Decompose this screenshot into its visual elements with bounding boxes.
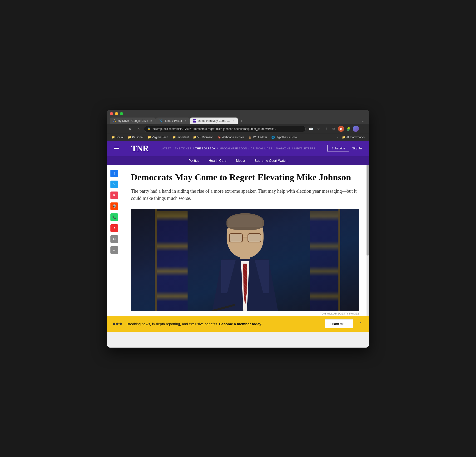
subscribe-button[interactable]: Subscribe: [327, 145, 349, 152]
page-content: TNR LATEST / THE TICKER / THE SOAPBOX / …: [107, 141, 369, 348]
folder-icon: 📁: [172, 136, 176, 139]
signin-link[interactable]: Sign In: [352, 147, 362, 150]
nav-link-health-care[interactable]: Health Care: [209, 159, 227, 162]
print-icon: 🖨: [113, 248, 116, 252]
bookmark-label: 12ft Ladder: [253, 136, 267, 139]
nav-link-ticker[interactable]: THE TICKER: [175, 147, 192, 150]
article-subtitle: The party had a hand in aiding the rise …: [131, 187, 359, 202]
bookmark-label: Virginia Tech: [152, 136, 168, 139]
lock-icon: 🔒: [147, 127, 151, 130]
bookmark-virginia-tech[interactable]: 📁 Virginia Tech: [146, 135, 170, 140]
bookmark-important[interactable]: 📁 Important: [170, 135, 191, 140]
twitter-share-button[interactable]: 𝕏: [110, 181, 118, 188]
puzzle-icon[interactable]: 🧩: [345, 126, 352, 132]
hamburger-menu-button[interactable]: [114, 147, 119, 150]
tab-label-twitter: Home / Twitter: [164, 119, 182, 123]
new-tab-button[interactable]: +: [238, 117, 245, 124]
folder-icon: 📁: [111, 136, 115, 139]
bookmark-label: Personal: [132, 136, 143, 139]
forward-button[interactable]: →: [118, 126, 125, 132]
learn-more-button[interactable]: Learn more: [325, 319, 353, 328]
tab-close-google-drive[interactable]: ×: [149, 119, 153, 123]
google-drive-icon: [113, 119, 116, 123]
profile-picture[interactable]: [353, 126, 359, 132]
social-sidebar: f 𝕏 P 👽 📞 f ✉: [107, 165, 121, 316]
share-button[interactable]: ⤴: [323, 126, 329, 132]
banner-close-button[interactable]: ⌃: [358, 320, 363, 327]
tnr-nav-top: TNR LATEST / THE TICKER / THE SOAPBOX / …: [107, 141, 369, 156]
article-main: Democrats May Come to Regret Elevating M…: [121, 165, 369, 316]
bookmark-page-button[interactable]: ☆: [315, 126, 322, 132]
ladder-icon: 🪜: [248, 136, 252, 139]
article-hero-image: [131, 209, 359, 311]
tab-close-tnr[interactable]: ×: [232, 119, 235, 123]
facebook-share-button[interactable]: f: [110, 170, 118, 177]
maximize-window-button[interactable]: [120, 112, 123, 115]
nav-link-critical-mass[interactable]: CRITICAL MASS: [251, 147, 272, 150]
bookmark-webpage-archive[interactable]: 🔖 TOM WILLIAMS/GETTY IMAGES Webpage arch…: [216, 135, 246, 140]
banner-dot-2: [116, 323, 119, 325]
bookmark-personal[interactable]: 📁 Personal: [126, 135, 145, 140]
reddit-share-button[interactable]: 👽: [110, 202, 118, 210]
page-scrollbar[interactable]: [366, 165, 369, 316]
bookmark-social[interactable]: 📁 Social: [110, 135, 125, 140]
nav-link-supreme-court[interactable]: Supreme Court Watch: [255, 159, 288, 162]
nav-link-politics[interactable]: Politics: [188, 159, 199, 162]
nav-link-newsletters[interactable]: NEWSLETTERS: [294, 147, 315, 150]
more-options-button[interactable]: ⋮: [360, 126, 366, 132]
tnr-logo[interactable]: TNR: [131, 143, 149, 153]
article-photo-subject: [205, 211, 286, 311]
tnr-nav-secondary: Politics Health Care Media Supreme Court…: [107, 156, 369, 165]
svg-line-1: [114, 119, 116, 122]
hypothesis-icon: 🌐: [271, 136, 275, 139]
address-field[interactable]: 🔒 newrepublic.com/article/176961/democra…: [144, 126, 306, 132]
address-bar-row: ← → ↻ ⌂ 🔒 newrepublic.com/article/176961…: [107, 124, 369, 134]
tab-google-drive[interactable]: My Drive - Google Drive ×: [110, 117, 156, 124]
bookmark-12ft-ladder[interactable]: 🪜 12ft Ladder: [246, 135, 269, 140]
nav-link-soapbox[interactable]: THE SOAPBOX: [196, 147, 216, 150]
article-title: Democrats May Come to Regret Elevating M…: [131, 172, 359, 183]
avatar[interactable]: 16: [338, 126, 344, 132]
banner-dot-1: [113, 323, 115, 325]
tab-twitter[interactable]: 𝕏 Home / Twitter ×: [156, 117, 190, 124]
close-window-button[interactable]: [110, 112, 113, 115]
pocket-share-button[interactable]: P: [110, 191, 118, 199]
nav-link-latest[interactable]: LATEST: [161, 147, 171, 150]
folder-icon: 📁: [342, 136, 345, 139]
title-bar: My Drive - Google Drive × 𝕏 Home / Twitt…: [107, 110, 369, 124]
flipboard-share-button[interactable]: f: [110, 224, 118, 232]
tab-overflow-button[interactable]: ⌄: [359, 117, 366, 124]
image-credit: TOM WILLIAMS/GETTY IMAGES: [131, 311, 359, 316]
nav-link-magazine[interactable]: MAGAZINE: [276, 147, 290, 150]
bookmark-vt-microsoft[interactable]: 📁 VT Microsoft: [191, 135, 215, 140]
reader-view-button[interactable]: 📖: [307, 126, 314, 132]
all-bookmarks-button[interactable]: 📁 All Bookmarks: [340, 135, 366, 140]
nav-link-media[interactable]: Media: [236, 159, 245, 162]
email-share-button[interactable]: ✉: [110, 235, 118, 243]
home-button[interactable]: ⌂: [135, 126, 142, 132]
article-image-container: TOM WILLIAMS/GETTY IMAGES: [131, 209, 359, 316]
refresh-button[interactable]: ↻: [127, 126, 133, 132]
back-button[interactable]: ←: [110, 126, 116, 132]
scrollbar-thumb[interactable]: [366, 165, 369, 256]
whatsapp-icon: 📞: [112, 215, 116, 219]
address-actions: 📖 ☆ ⤴ ⧉ 16 🧩 ⋮: [307, 126, 366, 132]
facebook-icon: f: [114, 172, 115, 175]
tabs-row: My Drive - Google Drive × 𝕏 Home / Twitt…: [110, 117, 366, 124]
bookmark-hypothesis[interactable]: 🌐 Hypothesis Book...: [269, 135, 301, 140]
tab-tnr[interactable]: TNR Democrats May Come to Reg... ×: [190, 117, 238, 124]
whatsapp-share-button[interactable]: 📞: [110, 213, 118, 221]
minimize-window-button[interactable]: [115, 112, 118, 115]
nav-link-apocalypse[interactable]: APOCALYPSE SOON: [220, 147, 247, 150]
all-bookmarks-label: All Bookmarks: [346, 136, 365, 139]
extensions-button[interactable]: ⧉: [330, 126, 337, 132]
banner-text: Breaking news, in-depth reporting, and e…: [127, 322, 320, 326]
folder-icon: 📁: [128, 136, 131, 139]
print-button[interactable]: 🖨: [110, 246, 118, 254]
tnr-nav-links: LATEST / THE TICKER / THE SOAPBOX / APOC…: [161, 147, 315, 150]
article-body: f 𝕏 P 👽 📞 f ✉: [107, 165, 369, 316]
reddit-icon: 👽: [112, 204, 116, 208]
bookmark-icon: 🔖: [218, 136, 221, 139]
bookmarks-more-button[interactable]: »: [335, 135, 340, 140]
tab-close-twitter[interactable]: ×: [184, 119, 187, 123]
